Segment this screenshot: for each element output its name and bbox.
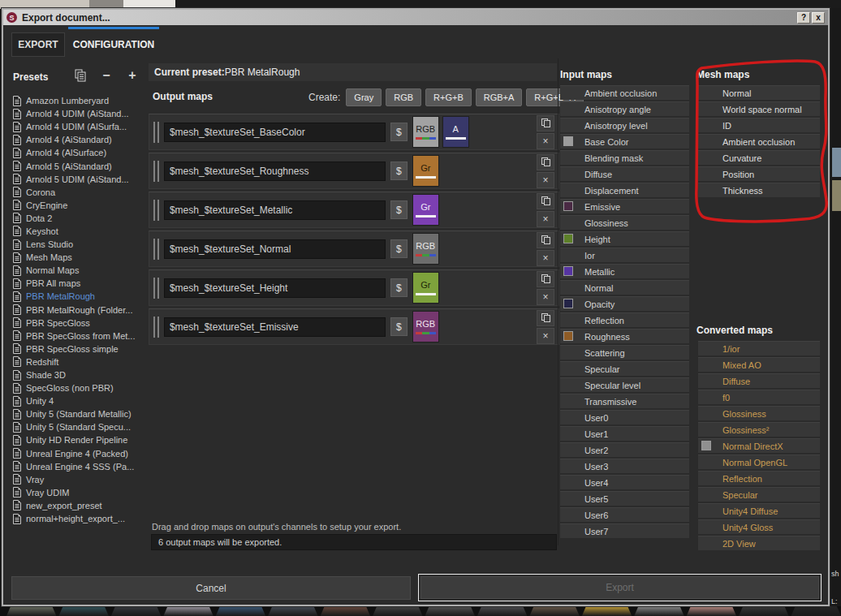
- input-map-item[interactable]: Scattering: [560, 345, 689, 360]
- duplicate-map-button[interactable]: [537, 271, 554, 287]
- preset-list-item[interactable]: SpecGloss (non PBR): [11, 381, 146, 394]
- remove-map-button[interactable]: ×: [537, 328, 554, 344]
- preset-list-item[interactable]: PBR SpecGloss simple: [11, 342, 146, 355]
- input-map-item[interactable]: Glossiness: [560, 215, 689, 230]
- preset-list-item[interactable]: PBR MetalRough: [11, 290, 146, 303]
- create-gray-button[interactable]: Gray: [346, 88, 382, 106]
- preset-list-item[interactable]: Arnold 4 UDIM (AiStand...: [11, 107, 146, 120]
- preset-list-item[interactable]: PBR All maps: [11, 277, 146, 290]
- converted-map-item[interactable]: 1/ior: [698, 341, 820, 355]
- create-rgb-button[interactable]: R+G+B: [425, 88, 472, 106]
- create-rgba-button[interactable]: RGB+A: [476, 88, 523, 106]
- converted-map-item[interactable]: Mixed AO: [698, 357, 820, 372]
- preset-list-item[interactable]: Unity 4: [11, 394, 146, 407]
- channel-chip-rgb[interactable]: RGB: [412, 233, 439, 265]
- preset-list-item[interactable]: CryEngine: [11, 199, 146, 212]
- input-map-item[interactable]: Metallic: [560, 264, 689, 278]
- preset-list-item[interactable]: Keyshot: [11, 225, 146, 238]
- input-map-item[interactable]: Blending mask: [560, 150, 689, 165]
- input-map-item[interactable]: Ambient occlusion: [560, 85, 689, 100]
- variable-dollar-button[interactable]: $: [390, 200, 408, 219]
- tab-export[interactable]: EXPORT: [11, 32, 65, 57]
- variable-dollar-button[interactable]: $: [390, 123, 408, 141]
- drag-handle[interactable]: [153, 317, 159, 338]
- export-button[interactable]: Export: [420, 576, 819, 599]
- remove-map-button[interactable]: ×: [537, 250, 554, 266]
- mesh-map-item[interactable]: Thickness: [698, 183, 820, 197]
- mesh-map-item[interactable]: World space normal: [698, 101, 820, 116]
- input-map-item[interactable]: Height: [560, 231, 689, 246]
- cancel-button[interactable]: Cancel: [11, 576, 411, 600]
- duplicate-map-button[interactable]: [537, 193, 554, 209]
- duplicate-map-button[interactable]: [537, 115, 554, 131]
- channel-chip-gr[interactable]: Gr: [412, 272, 439, 304]
- converted-map-item[interactable]: f0: [698, 390, 820, 404]
- preset-list-item[interactable]: Unreal Engine 4 (Packed): [11, 447, 146, 460]
- output-map-name-input[interactable]: [164, 123, 386, 142]
- preset-list-item[interactable]: Unity HD Render Pipeline: [11, 433, 146, 446]
- help-button[interactable]: ?: [797, 12, 810, 24]
- preset-list-item[interactable]: Mesh Maps: [11, 251, 146, 264]
- converted-map-item[interactable]: Unity4 Gloss: [698, 519, 820, 534]
- duplicate-map-button[interactable]: [537, 154, 554, 170]
- preset-list-item[interactable]: Vray: [11, 473, 146, 486]
- preset-list-item[interactable]: Vray UDIM: [11, 486, 146, 499]
- converted-map-item[interactable]: 2D View: [698, 536, 820, 550]
- converted-map-item[interactable]: Normal DirectX: [698, 438, 820, 453]
- add-preset-button[interactable]: +: [123, 67, 141, 84]
- drag-handle[interactable]: [153, 239, 159, 260]
- preset-list-item[interactable]: Shade 3D: [11, 368, 146, 381]
- preset-list-item[interactable]: Dota 2: [11, 212, 146, 225]
- preset-list-item[interactable]: PBR SpecGloss: [11, 317, 146, 330]
- converted-map-item[interactable]: Diffuse: [698, 373, 820, 388]
- input-map-item[interactable]: Reflection: [560, 312, 689, 327]
- preset-list-item[interactable]: Arnold 5 UDIM (AiStand...: [11, 173, 146, 186]
- drag-handle[interactable]: [153, 278, 159, 299]
- mesh-map-item[interactable]: Curvature: [698, 150, 820, 165]
- input-map-item[interactable]: User6: [560, 507, 689, 522]
- preset-list-item[interactable]: Corona: [11, 186, 146, 199]
- drag-handle[interactable]: [153, 200, 159, 221]
- input-map-item[interactable]: Anisotropy angle: [560, 101, 689, 116]
- variable-dollar-button[interactable]: $: [390, 162, 408, 180]
- output-map-name-input[interactable]: [164, 200, 386, 220]
- duplicate-map-button[interactable]: [537, 310, 554, 326]
- converted-map-item[interactable]: Specular: [698, 487, 820, 502]
- input-map-item[interactable]: Emissive: [560, 199, 689, 213]
- channel-chip-rgb[interactable]: RGB: [412, 311, 439, 342]
- mesh-map-item[interactable]: Position: [698, 166, 820, 181]
- preset-list-item[interactable]: Arnold 5 (AiStandard): [11, 159, 146, 172]
- remove-map-button[interactable]: ×: [537, 172, 554, 188]
- drag-handle[interactable]: [153, 122, 159, 143]
- drag-handle[interactable]: [153, 161, 159, 182]
- create-rgb-button[interactable]: RGB: [386, 88, 421, 106]
- converted-map-item[interactable]: Glossiness: [698, 406, 820, 420]
- preset-list-item[interactable]: Arnold 4 (AlSurface): [11, 146, 146, 159]
- output-map-name-input[interactable]: [164, 162, 386, 181]
- mesh-map-item[interactable]: Ambient occlusion: [698, 134, 820, 149]
- remove-map-button[interactable]: ×: [537, 289, 554, 305]
- input-map-item[interactable]: Normal: [560, 280, 689, 295]
- preset-list-item[interactable]: Lens Studio: [11, 238, 146, 251]
- input-map-item[interactable]: User7: [560, 523, 689, 538]
- duplicate-map-button[interactable]: [537, 232, 554, 248]
- preset-list-item[interactable]: Amazon Lumberyard: [11, 94, 146, 107]
- input-map-item[interactable]: Diffuse: [560, 166, 689, 181]
- preset-list-item[interactable]: Redshift: [11, 355, 146, 368]
- output-map-name-input[interactable]: [164, 278, 386, 298]
- output-map-name-input[interactable]: [164, 239, 386, 259]
- channel-chip-rgb[interactable]: RGB: [412, 116, 439, 148]
- remove-preset-button[interactable]: −: [97, 67, 115, 84]
- variable-dollar-button[interactable]: $: [390, 278, 408, 297]
- preset-list-item[interactable]: Arnold 4 UDIM (AlSurfa...: [11, 120, 146, 133]
- converted-map-item[interactable]: Glossiness²: [698, 422, 820, 437]
- variable-dollar-button[interactable]: $: [390, 239, 408, 258]
- channel-chip-gr[interactable]: Gr: [412, 155, 439, 187]
- input-map-item[interactable]: User3: [560, 459, 689, 473]
- input-map-item[interactable]: Displacement: [560, 183, 689, 197]
- input-map-item[interactable]: Base Color: [560, 134, 689, 149]
- input-map-item[interactable]: Roughness: [560, 329, 689, 343]
- input-map-item[interactable]: User1: [560, 426, 689, 441]
- remove-map-button[interactable]: ×: [537, 133, 554, 149]
- input-map-item[interactable]: Specular: [560, 361, 689, 376]
